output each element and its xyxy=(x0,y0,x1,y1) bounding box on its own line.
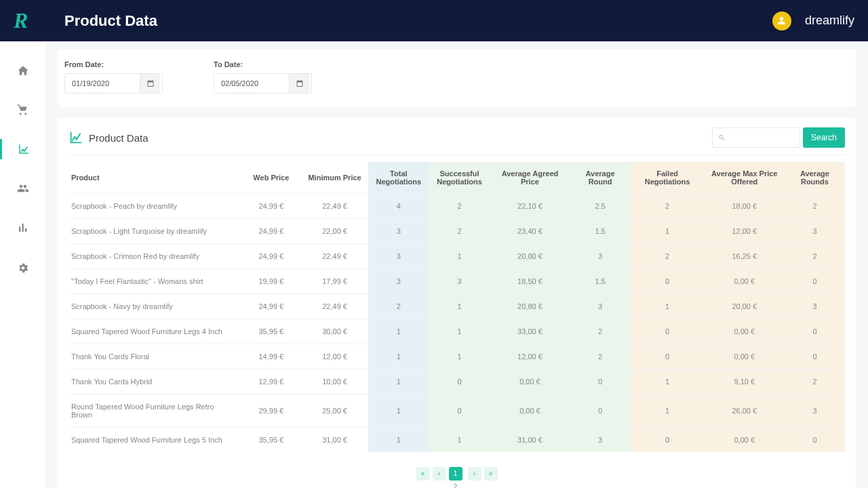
cell-product: Scrapbook - Light Turquoise by dreamlify xyxy=(68,218,241,243)
cell-total-neg: 4 xyxy=(368,193,429,218)
cell-failed-neg: 1 xyxy=(631,369,705,394)
chart-line-icon xyxy=(18,143,30,155)
from-date-label: From Date: xyxy=(64,60,163,68)
page-number[interactable]: 2 xyxy=(449,481,462,489)
page-prev[interactable]: ‹ xyxy=(433,467,446,481)
cell-min-price: 22,49 € xyxy=(301,243,368,268)
cell-web-price: 35,95 € xyxy=(241,427,302,452)
cell-avg-round: 3 xyxy=(570,243,631,268)
cell-avg-rounds: 3 xyxy=(785,394,845,427)
calendar-icon[interactable] xyxy=(289,74,309,93)
cell-successful-neg: 2 xyxy=(429,218,490,243)
col-successful-neg[interactable]: Successful Negotiations xyxy=(429,162,490,193)
cell-successful-neg: 1 xyxy=(429,243,490,268)
cell-web-price: 19,99 € xyxy=(241,268,302,293)
cell-web-price: 24,99 € xyxy=(241,293,302,319)
cell-successful-neg: 0 xyxy=(429,394,490,427)
nav-users[interactable] xyxy=(0,178,45,199)
cell-total-neg: 1 xyxy=(368,319,429,344)
bar-chart-icon xyxy=(17,222,29,234)
table-row: Thank You Cards Floral14,99 €12,00 €1112… xyxy=(68,344,845,369)
cell-min-price: 22,49 € xyxy=(301,193,368,218)
home-icon xyxy=(17,64,29,77)
section-title: Product Data xyxy=(89,132,149,144)
cell-failed-neg: 0 xyxy=(631,268,705,293)
nav-settings[interactable] xyxy=(0,257,45,277)
to-date-input[interactable] xyxy=(214,73,312,94)
data-panel: Product Data Search Product Web Price Mi… xyxy=(58,118,856,488)
col-failed-neg[interactable]: Failed Negotiations xyxy=(631,162,705,193)
cell-avg-rounds: 3 xyxy=(785,293,845,319)
cell-successful-neg: 1 xyxy=(429,427,490,452)
gear-icon xyxy=(17,261,29,273)
page-first[interactable]: « xyxy=(416,467,430,481)
cell-successful-neg: 0 xyxy=(429,369,490,394)
col-web-price[interactable]: Web Price xyxy=(241,162,302,193)
nav-cart[interactable] xyxy=(0,100,45,120)
cell-avg-agreed: 18,50 € xyxy=(490,268,570,293)
cell-avg-round: 3 xyxy=(570,427,631,452)
chart-icon xyxy=(68,130,83,145)
page-last[interactable]: » xyxy=(484,467,498,481)
cell-avg-agreed: 22,10 € xyxy=(490,193,570,218)
table-row: Scrapbook - Light Turquoise by dreamlify… xyxy=(68,218,845,243)
avatar[interactable] xyxy=(772,12,791,30)
search-input[interactable] xyxy=(730,133,794,142)
top-bar: R Product Data dreamlify xyxy=(0,0,868,41)
cell-product: Scrapbook - Peach by dreamlify xyxy=(68,193,241,218)
nav-home[interactable] xyxy=(0,60,45,81)
cell-product: "Today I Feel Flantastic" - Womans shirt xyxy=(68,268,241,293)
cell-total-neg: 2 xyxy=(368,293,429,319)
cell-min-price: 22,00 € xyxy=(301,218,368,243)
cell-total-neg: 3 xyxy=(368,268,429,293)
col-avg-max-price[interactable]: Average Max Price Offered xyxy=(705,162,785,193)
logo: R xyxy=(14,8,41,33)
search-box[interactable] xyxy=(712,127,800,148)
cell-failed-neg: 1 xyxy=(631,293,705,319)
cell-avg-rounds: 2 xyxy=(785,243,845,268)
table-row: Squared Tapered Wood Furniture Legs 5 In… xyxy=(68,427,845,452)
cell-product: Thank You Cards Floral xyxy=(68,344,241,369)
cell-avg-round: 2 xyxy=(570,319,631,344)
pagination: « ‹ 12 › » xyxy=(68,467,845,489)
cell-successful-neg: 1 xyxy=(429,344,490,369)
from-date-input[interactable] xyxy=(64,73,163,94)
to-date-field[interactable] xyxy=(214,79,289,87)
nav-reports[interactable] xyxy=(0,218,45,238)
cell-min-price: 12,00 € xyxy=(301,344,368,369)
page-next[interactable]: › xyxy=(468,467,481,481)
cell-avg-agreed: 20,80 € xyxy=(490,293,570,319)
search-button[interactable]: Search xyxy=(803,127,845,148)
cell-product: Thank You Cards Hybrid xyxy=(68,369,241,394)
cell-product: Round Tapered Wood Furniture Legs Retro … xyxy=(68,394,241,427)
calendar-icon[interactable] xyxy=(140,74,160,93)
cell-min-price: 10,00 € xyxy=(301,369,368,394)
cell-total-neg: 1 xyxy=(368,344,429,369)
col-avg-rounds[interactable]: Average Rounds xyxy=(785,162,845,193)
cell-successful-neg: 1 xyxy=(429,319,490,344)
cell-web-price: 24,99 € xyxy=(241,193,302,218)
cell-avg-max-price: 16,25 € xyxy=(705,243,785,268)
cell-avg-max-price: 20,00 € xyxy=(705,293,785,319)
cell-failed-neg: 1 xyxy=(631,394,705,427)
cell-min-price: 31,00 € xyxy=(301,427,368,452)
cell-total-neg: 1 xyxy=(368,394,429,427)
col-avg-round[interactable]: Average Round xyxy=(570,162,631,193)
nav-analytics[interactable] xyxy=(0,139,45,159)
cell-successful-neg: 1 xyxy=(429,293,490,319)
cell-avg-agreed: 12,00 € xyxy=(490,344,570,369)
col-product[interactable]: Product xyxy=(68,162,241,193)
cell-avg-round: 2.5 xyxy=(570,193,631,218)
table-row: Scrapbook - Navy by dreamlify24,99 €22,4… xyxy=(68,293,845,319)
page-number[interactable]: 1 xyxy=(449,467,462,481)
cell-avg-agreed: 0,00 € xyxy=(490,394,570,427)
cell-avg-max-price: 0,00 € xyxy=(705,268,785,293)
cell-web-price: 12,99 € xyxy=(241,369,302,394)
col-avg-agreed[interactable]: Average Agreed Price xyxy=(490,162,570,193)
from-date-field[interactable] xyxy=(65,79,140,87)
col-min-price[interactable]: Minimum Price xyxy=(301,162,368,193)
users-icon xyxy=(17,182,29,195)
col-total-neg[interactable]: Total Negotiations xyxy=(368,162,429,193)
cell-total-neg: 1 xyxy=(368,369,429,394)
cell-product: Squared Tapered Wood Furniture Legs 5 In… xyxy=(68,427,241,452)
